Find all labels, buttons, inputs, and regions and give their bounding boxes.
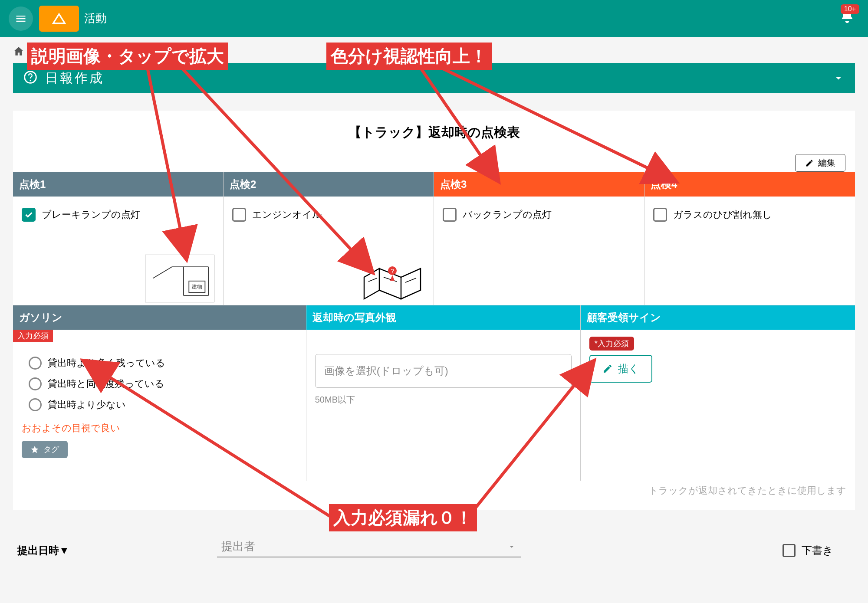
radio-option[interactable]: 貸出時と同程度残っている (29, 377, 297, 390)
tag-button[interactable]: タグ (22, 441, 68, 458)
submit-row: 提出日時▼ 提出者 下書き (13, 536, 855, 557)
submitter-select[interactable]: 提出者 (217, 536, 521, 557)
notifications-button[interactable]: 10+ (839, 9, 855, 26)
upload-limit-note: 50MB以下 (315, 394, 572, 406)
explanation-image-thumb[interactable]: 建物 (145, 255, 214, 302)
card-title: 【トラック】返却時の点検表 (13, 111, 855, 172)
inspection-grid-row1: 点検1 ブレーキランプの点灯 建物 点検2 (13, 172, 855, 305)
draft-checkbox[interactable]: 下書き (783, 544, 833, 557)
checkbox-checked-icon (22, 208, 36, 222)
radio-icon (29, 357, 42, 370)
draw-button[interactable]: 描く (589, 355, 652, 383)
map-icon: ? (360, 260, 425, 303)
home-icon[interactable] (13, 46, 24, 59)
pencil-icon (602, 364, 613, 374)
svg-text:?: ? (391, 268, 394, 274)
annotation-callout: 入力必須漏れ０！ (329, 504, 477, 531)
inspection-grid-row2: ガソリン 入力必須 貸出時より多く残っている 貸出時と同程度残っている 貸出時よ… (13, 305, 855, 481)
cell-header: 点検1 (13, 172, 223, 197)
submit-datetime-label[interactable]: 提出日時▼ (17, 544, 69, 557)
notification-badge: 10+ (841, 4, 859, 14)
checkbox-empty-icon (653, 208, 667, 222)
cell-header: 点検4 (644, 172, 855, 197)
help-icon[interactable] (23, 70, 37, 86)
annotation-callout: 説明画像・タップで拡大 (27, 43, 228, 70)
cell-check3: 点検3 バックランプの点灯 (434, 172, 644, 305)
required-badge: 入力必須 (13, 330, 53, 342)
cell-header: ガソリン (13, 305, 306, 330)
checkbox-row[interactable]: エンジンオイル (232, 208, 425, 222)
menu-button[interactable] (9, 7, 33, 31)
card-footer-note: トラックが返却されてきたときに使用します (13, 484, 855, 497)
explanation-image-thumb[interactable]: ? (360, 260, 425, 303)
checkbox-row[interactable]: ブレーキランプの点灯 (22, 208, 214, 222)
cell-header: 点検2 (224, 172, 434, 197)
app-header: 活動 10+ (0, 0, 868, 37)
radio-option[interactable]: 貸出時より多く残っている (29, 357, 297, 370)
triangle-button[interactable] (39, 6, 79, 32)
edit-button[interactable]: 編集 (795, 154, 845, 172)
cell-header: 顧客受領サイン (581, 305, 855, 330)
cell-check4: 点検4 ガラスのひび割れ無し (644, 172, 855, 305)
cell-gasoline: ガソリン 入力必須 貸出時より多く残っている 貸出時と同程度残っている 貸出時よ… (13, 305, 306, 481)
cell-header: 点検3 (434, 172, 644, 197)
cell-check2: 点検2 エンジンオイル ? (224, 172, 434, 305)
helper-note: おおよその目視で良い (22, 422, 297, 435)
cell-header: 返却時の写真外観 (306, 305, 580, 330)
checkbox-row[interactable]: バックランプの点灯 (443, 208, 635, 222)
image-upload-input[interactable]: 画像を選択(ドロップも可) (315, 354, 572, 388)
radio-option[interactable]: 貸出時より少ない (29, 398, 297, 411)
triangle-icon (52, 12, 66, 26)
pencil-icon (805, 159, 814, 167)
checkbox-row[interactable]: ガラスのひび割れ無し (653, 208, 846, 222)
star-icon (30, 445, 39, 454)
required-badge: *入力必須 (589, 337, 634, 351)
building-sketch-icon: 建物 (149, 257, 210, 299)
inspection-card: 【トラック】返却時の点検表 編集 点検1 ブレーキランプの点灯 (13, 111, 855, 510)
annotation-callout: 色分け視認性向上！ (326, 43, 492, 70)
chevron-down-icon (832, 72, 845, 84)
radio-icon (29, 398, 42, 411)
svg-text:建物: 建物 (191, 284, 202, 290)
checkbox-empty-icon (232, 208, 246, 222)
cell-signature: 顧客受領サイン *入力必須 描く (581, 305, 855, 481)
checkbox-empty-icon (783, 544, 796, 557)
radio-icon (29, 377, 42, 390)
checkbox-empty-icon (443, 208, 457, 222)
cell-check1: 点検1 ブレーキランプの点灯 建物 (13, 172, 224, 305)
cell-photo: 返却時の写真外観 画像を選択(ドロップも可) 50MB以下 (306, 305, 581, 481)
chevron-down-icon (507, 542, 516, 551)
section-title: 日報作成 (45, 69, 104, 87)
page-title: 活動 (84, 11, 107, 26)
hamburger-icon (15, 13, 27, 25)
